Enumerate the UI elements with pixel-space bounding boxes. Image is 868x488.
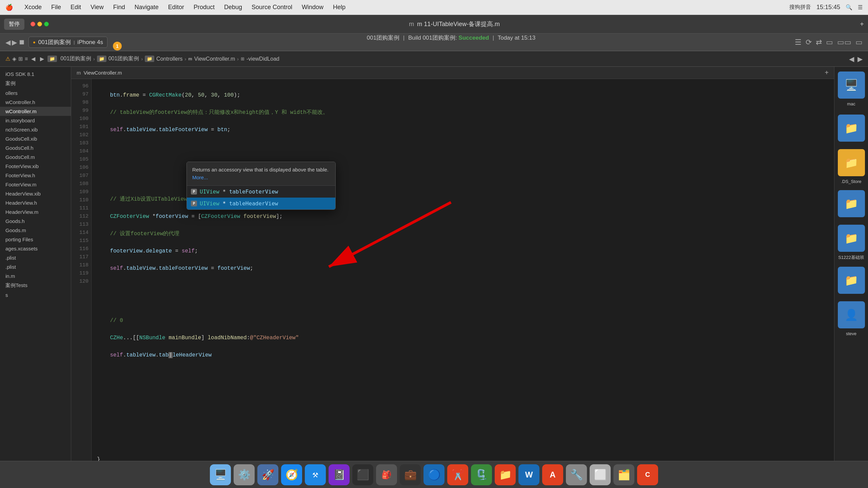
pause-button[interactable]: 暂停 [4, 19, 24, 30]
scheme-selector[interactable]: ● 001团购案例 | iPhone 4s [28, 37, 107, 48]
breadcrumb-next-icon[interactable]: ▶ [857, 55, 863, 63]
build-nav-left[interactable]: ◀ [5, 38, 11, 46]
sidebar-item-mainm[interactable]: in.m [0, 271, 71, 281]
warning-badge[interactable]: 1 [113, 42, 122, 50]
dock-launchpad[interactable]: 🚀 [257, 464, 278, 485]
folder-steve[interactable]: 👤 [838, 301, 865, 328]
sidebar-item-goodscellm[interactable]: GoodsCell.m [0, 152, 71, 162]
breadcrumb-prev-icon[interactable]: ◀ [849, 55, 854, 63]
menu-navigate[interactable]: Navigate [130, 2, 163, 12]
layout-icon[interactable]: ▭ [855, 38, 863, 47]
menu-help[interactable]: Help [328, 2, 350, 12]
build-time: Today at 15:13 [498, 35, 536, 41]
sidebar-item-goodsm[interactable]: Goods.m [0, 226, 71, 235]
dual-editor-icon[interactable]: ▭▭ [837, 38, 851, 47]
folder-s1222[interactable]: 📁 [838, 225, 865, 252]
dock-compress[interactable]: 🗜️ [471, 464, 492, 485]
sidebar-item-headerviewxib[interactable]: HeaderView.xib [0, 189, 71, 198]
menu-file[interactable]: File [46, 2, 66, 12]
single-editor-icon[interactable]: ▭ [826, 38, 833, 47]
menu-editor[interactable]: Editor [163, 2, 189, 12]
sidebar-item-headerviewh[interactable]: HeaderView.h [0, 198, 71, 207]
dock-finder[interactable]: 🖥️ [210, 464, 231, 485]
dock-filezilla[interactable]: 📁 [495, 464, 516, 485]
sidebar-item-controllers[interactable]: ollers [0, 88, 71, 98]
folder-3[interactable]: 📁 [838, 267, 865, 294]
sidebar-item-viewcontrollerh[interactable]: wController.h [0, 98, 71, 107]
sidebar-item-example[interactable]: 案例 [0, 79, 71, 88]
breadcrumb-file[interactable]: ViewController.m [194, 56, 235, 62]
menu-window[interactable]: Window [297, 2, 328, 12]
dock-tool2[interactable]: ⬜ [590, 464, 611, 485]
dock-file-manage[interactable]: 🗂️ [613, 464, 634, 485]
breadcrumb-nav-next[interactable]: ▶ [40, 56, 44, 62]
maximize-button[interactable] [44, 22, 49, 26]
sidebar-item-footerviewh[interactable]: FooterView.h [0, 171, 71, 180]
sidebar-item-viewcontrollerm[interactable]: wController.m [0, 107, 71, 116]
input-method-indicator[interactable]: 搜狗拼音 [789, 4, 811, 11]
breadcrumb-group[interactable]: 001团购案例 [108, 55, 139, 62]
menu-product[interactable]: Product [189, 2, 219, 12]
sidebar-item-goodscellh[interactable]: GoodsCell.h [0, 143, 71, 152]
sidebar-item-plist2[interactable]: .plist [0, 262, 71, 271]
sidebar-item-goodscellxib[interactable]: GoodsCell.xib [0, 134, 71, 143]
close-button[interactable] [31, 22, 35, 26]
dock-bag1[interactable]: 🎒 [376, 464, 397, 485]
code-area[interactable]: 96 97 98 99 100 101 102 103 104 105 106 … [71, 79, 834, 461]
refresh-icon[interactable]: ⟳ [806, 38, 812, 47]
folder-2[interactable]: 📁 [838, 190, 865, 217]
desktop-folder-mac[interactable]: 🖥️ [838, 72, 865, 99]
menu-source-control[interactable]: Source Control [247, 2, 297, 12]
dock-onenote[interactable]: 📓 [329, 464, 350, 485]
breadcrumb-method[interactable]: -viewDidLoad [246, 56, 279, 62]
dock-csdn[interactable]: C [637, 464, 658, 485]
sidebar-item-launchscreen[interactable]: nchScreen.xib [0, 125, 71, 134]
menu-edit[interactable]: Edit [66, 2, 86, 12]
split-view-icon[interactable]: ⇄ [816, 38, 822, 47]
folder-1[interactable]: 📁 [838, 115, 865, 142]
folder-ds-store[interactable]: 📁 [838, 149, 865, 176]
method-icon: ⊞ [241, 56, 244, 61]
breadcrumb-nav-prev[interactable]: ◀ [31, 56, 35, 62]
menu-find[interactable]: Find [108, 2, 130, 12]
menu-view[interactable]: View [86, 2, 108, 12]
sidebar-item-plist1[interactable]: .plist [0, 253, 71, 262]
dock-tool1[interactable]: 🔧 [566, 464, 587, 485]
build-nav-right[interactable]: ▶ [12, 38, 17, 46]
autocomplete-item-1[interactable]: P UIView * tableHeaderView [187, 198, 335, 209]
menu-xcode[interactable]: Xcode [20, 2, 46, 12]
sidebar-item-tests[interactable]: 案例Tests [0, 281, 71, 290]
dock-scissors[interactable]: ✂️ [447, 464, 468, 485]
sidebar-item-sdk[interactable]: iOS SDK 8.1 [0, 69, 71, 79]
breadcrumb-project[interactable]: 001团购案例 [60, 55, 91, 62]
dock-terminal[interactable]: ⬛ [352, 464, 373, 485]
menu-extras-icon[interactable]: ☰ [858, 4, 863, 11]
dock-bag2[interactable]: 💼 [400, 464, 421, 485]
sidebar-item-headerviewm[interactable]: HeaderView.m [0, 207, 71, 217]
autocomplete-item-0[interactable]: P UIView * tableFooterView [187, 186, 335, 198]
sidebar-item-mainstoryboard[interactable]: in.storyboard [0, 116, 71, 125]
sidebar-item-footerviewm[interactable]: FooterView.m [0, 180, 71, 189]
add-tab-button[interactable]: + [860, 20, 864, 28]
sidebar-item-assets[interactable]: ages.xcassets [0, 244, 71, 253]
sidebar-item-s[interactable]: s [0, 290, 71, 300]
dock-word[interactable]: W [518, 464, 539, 485]
breadcrumb-controllers[interactable]: Controllers [156, 56, 182, 62]
sidebar-item-goodsh[interactable]: Goods.h [0, 217, 71, 226]
minimize-button[interactable] [37, 22, 42, 26]
search-icon[interactable]: 🔍 [846, 4, 852, 11]
dock-system-prefs[interactable]: ⚙️ [234, 464, 255, 485]
dock-xcode[interactable]: ⚒ [305, 464, 326, 485]
code-text[interactable]: btn.frame = CGRectMake(20, 50, 30, 100);… [92, 79, 834, 461]
more-link[interactable]: More... [192, 175, 208, 180]
menu-debug[interactable]: Debug [219, 2, 247, 12]
dock-app1[interactable]: A [542, 464, 563, 485]
dock-blue1[interactable]: 🔵 [423, 464, 445, 485]
build-stop-button[interactable]: ⏹ [18, 38, 25, 46]
apple-menu[interactable]: 🍎 [5, 4, 13, 11]
sidebar-item-footerviewxib[interactable]: FooterView.xib [0, 162, 71, 171]
add-file-button[interactable]: + [825, 69, 829, 77]
sidebar-item-supporting[interactable]: porting Files [0, 235, 71, 244]
dock-safari[interactable]: 🧭 [281, 464, 302, 485]
list-view-icon[interactable]: ☰ [795, 38, 802, 47]
